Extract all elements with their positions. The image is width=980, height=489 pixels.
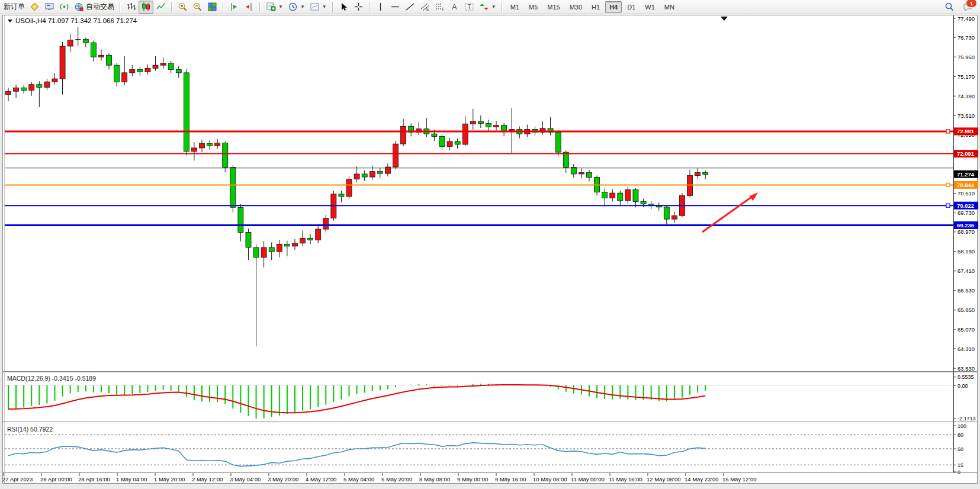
autotrading-button-label: 自动交易 — [86, 2, 114, 12]
time-axis-label: 27 Apr 2023 — [2, 476, 33, 482]
signal-button[interactable] — [57, 1, 72, 14]
zoom-in-button[interactable] — [175, 1, 190, 14]
toolbar-separator — [223, 2, 224, 12]
text-label-button[interactable]: T — [462, 1, 477, 14]
line-handle[interactable] — [946, 130, 950, 133]
time-axis-label: 9 May 16:00 — [495, 476, 526, 482]
time-axis-label: 15 May 12:00 — [722, 476, 757, 482]
chat-icon: 1 — [963, 2, 973, 12]
time-axis-label: 11 May 16:00 — [609, 476, 642, 482]
terminal-icon — [44, 2, 54, 12]
template-button[interactable]: ▼ — [307, 1, 329, 14]
bar-chart-icon — [126, 2, 136, 12]
rsi-axis-label: 80 — [957, 432, 963, 438]
svg-text:70.022: 70.022 — [957, 202, 974, 209]
macd-label: MACD(12,26,9) -0.3415 -0.5189 — [7, 375, 96, 382]
time-axis-label: 9 May 00:00 — [457, 476, 488, 482]
channel-button[interactable]: E — [417, 1, 432, 14]
svg-text:70.844: 70.844 — [957, 182, 975, 188]
vertical-line-button[interactable] — [373, 1, 388, 14]
cursor-button[interactable] — [336, 1, 351, 14]
timeframe-w1[interactable]: W1 — [641, 1, 659, 13]
timeframe-m5[interactable]: M5 — [525, 1, 542, 13]
auto-scroll-button[interactable] — [227, 1, 242, 14]
rsi-axis-label: 0 — [957, 469, 960, 475]
line-chart-button[interactable] — [153, 1, 168, 14]
new-chart-icon — [266, 2, 276, 12]
toolbar-separator — [369, 2, 370, 12]
price-axis-label: 76.730 — [957, 34, 975, 41]
crosshair-button[interactable] — [351, 1, 366, 14]
price-axis-label: 75.950 — [957, 54, 975, 60]
chevron-down-icon[interactable]: ▼ — [300, 4, 305, 9]
timeframe-h4[interactable]: H4 — [605, 1, 622, 13]
time-axis-label: 3 May 04:00 — [230, 476, 261, 482]
timeframe-mn[interactable]: MN — [660, 1, 679, 13]
text-label-icon: T — [464, 2, 474, 12]
horizontal-line-icon — [390, 2, 400, 12]
price-axis-label: 75.170 — [957, 73, 975, 80]
chevron-down-icon[interactable]: ▼ — [278, 4, 283, 9]
line-handle[interactable] — [946, 204, 950, 207]
rsi-axis-label: 100 — [957, 423, 966, 429]
chart-shift-button[interactable] — [242, 1, 256, 14]
timeframe-m15[interactable]: M15 — [543, 1, 564, 13]
arrows-button[interactable]: ▼ — [477, 1, 499, 14]
gold-coins-button[interactable] — [27, 1, 42, 14]
macd-axis-label: -2.1713 — [957, 416, 976, 422]
svg-text:A: A — [452, 2, 457, 11]
arrows-icon — [479, 2, 489, 12]
tile-windows-button[interactable] — [205, 1, 220, 14]
signal-icon — [59, 2, 69, 12]
rsi-label: RSI(14) 50.7922 — [7, 426, 53, 433]
time-axis-label: 10 May 08:00 — [533, 476, 567, 482]
new-chart-button[interactable]: ▼ — [264, 1, 285, 14]
new-order-button[interactable]: 新订单 — [1, 1, 27, 14]
horizontal-line-button[interactable] — [388, 1, 403, 14]
tile-windows-icon — [207, 2, 217, 12]
time-axis-label: 5 May 20:00 — [381, 476, 412, 482]
time-axis-label: 12 May 08:00 — [647, 476, 681, 482]
timeframe-d1[interactable]: D1 — [623, 1, 640, 13]
timeframe-h1[interactable]: H1 — [587, 1, 604, 13]
candlestick-button[interactable] — [139, 1, 153, 14]
channel-icon: E — [420, 2, 430, 12]
fibonacci-button[interactable]: F — [432, 1, 447, 14]
time-axis-label: 28 Apr 00:00 — [40, 476, 72, 482]
time-axis-label: 11 May 00:00 — [571, 476, 605, 482]
timeframe-m1[interactable]: M1 — [506, 1, 523, 13]
candle — [184, 69, 189, 155]
candle — [346, 176, 352, 199]
text-button[interactable]: A — [447, 1, 462, 14]
line-handle[interactable] — [946, 183, 950, 186]
chevron-down-icon[interactable]: ▼ — [322, 4, 327, 9]
notification-badge: 1 — [966, 0, 977, 8]
text-icon: A — [449, 2, 460, 12]
price-axis-label: 68.190 — [957, 248, 975, 255]
timeframe-m30[interactable]: M30 — [565, 1, 586, 13]
autotrading-button[interactable]: 自动交易 — [72, 1, 117, 14]
toolbar-separator — [259, 2, 261, 12]
time-axis-label: 2 May 12:00 — [192, 476, 223, 482]
svg-text:T: T — [467, 4, 471, 10]
chat-button[interactable]: 1 — [960, 1, 975, 14]
macd-axis-label: 0.00 — [957, 383, 968, 389]
price-axis-label: 68.970 — [957, 229, 975, 235]
toolbar-separator — [171, 2, 172, 12]
period-button[interactable]: ▼ — [285, 1, 307, 14]
cursor-icon — [339, 2, 349, 12]
chevron-down-icon[interactable]: ▼ — [491, 4, 496, 9]
time-axis-label: 8 May 08:00 — [419, 476, 450, 482]
fibonacci-icon: F — [435, 2, 445, 12]
price-badge: 70.844 — [954, 181, 978, 189]
zoom-in-icon — [178, 2, 188, 12]
chart-template-icon — [310, 2, 320, 12]
price-axis-label: 69.730 — [957, 210, 975, 216]
terminal-button[interactable] — [42, 1, 57, 14]
bar-chart-button[interactable] — [124, 1, 139, 14]
trendline-button[interactable] — [403, 1, 417, 14]
time-axis-label: 3 May 20:00 — [268, 476, 298, 482]
zoom-out-button[interactable] — [190, 1, 205, 14]
search-button[interactable] — [942, 1, 957, 14]
price-badge: 72.091 — [954, 150, 978, 157]
